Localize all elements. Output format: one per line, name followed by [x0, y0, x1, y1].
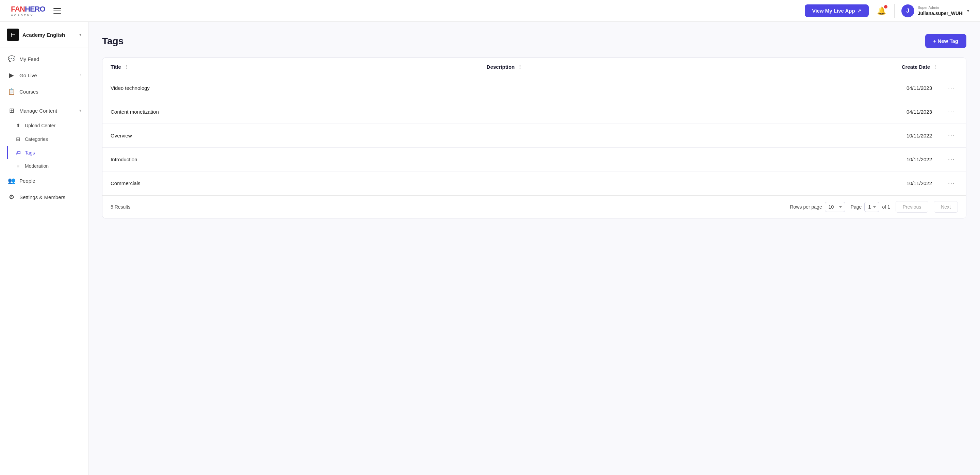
hamburger-icon	[53, 8, 61, 14]
logo-hero: HERO	[25, 5, 45, 13]
row-actions: ···	[937, 107, 958, 117]
row-actions: ···	[937, 178, 958, 188]
sidebar: ⊢ Academy English ▾ 💬 My Feed ▶ Go Live …	[0, 22, 89, 475]
pagination-bar: 5 Results Rows per page 10 25 50 100 Pag…	[102, 195, 966, 218]
page-label: Page	[851, 204, 862, 210]
chat-icon: 💬	[8, 55, 15, 63]
results-count: 5 Results	[111, 204, 130, 210]
categories-icon: ⊟	[14, 136, 21, 142]
row-action-menu-button[interactable]: ···	[945, 178, 958, 188]
workspace-icon: ⊢	[7, 29, 19, 41]
external-link-icon: ↗	[857, 8, 861, 14]
sidebar-item-label: Settings & Members	[19, 194, 81, 200]
sidebar-item-upload-center[interactable]: ⬆ Upload Center	[7, 119, 88, 132]
table-header: Title ⋮ Description ⋮ Create Date ⋮	[102, 58, 966, 76]
tag-icon: 🏷	[14, 150, 21, 156]
page-select[interactable]: 1	[864, 202, 879, 212]
tag-create-date: 10/11/2022	[862, 180, 937, 186]
sidebar-item-categories[interactable]: ⊟ Categories	[7, 132, 88, 146]
new-tag-button[interactable]: + New Tag	[925, 34, 967, 48]
grid-icon: ⊞	[8, 107, 15, 114]
tag-title: Video technology	[111, 85, 487, 91]
sidebar-item-my-feed[interactable]: 💬 My Feed	[0, 51, 88, 67]
chevron-right-icon: ›	[80, 73, 81, 78]
workspace-chevron-icon: ▾	[79, 32, 81, 37]
column-menu-icon[interactable]: ⋮	[517, 64, 522, 70]
table-row: Introduction 10/11/2022 ···	[102, 148, 966, 172]
sidebar-item-label: Courses	[19, 89, 81, 95]
tag-title: Introduction	[111, 157, 487, 162]
table-row: Commercials 10/11/2022 ···	[102, 172, 966, 195]
tag-title: Overview	[111, 133, 487, 138]
upload-icon: ⬆	[14, 122, 21, 129]
manage-content-section: ⊞ Manage Content ▾ ⬆ Upload Center ⊟ Cat…	[0, 102, 88, 173]
workspace-name: Academy English	[22, 32, 76, 38]
row-action-menu-button[interactable]: ···	[945, 131, 958, 141]
sidebar-sub-item-label: Moderation	[25, 163, 49, 169]
rows-per-page-select[interactable]: 10 25 50 100	[825, 202, 845, 212]
settings-icon: ⚙	[8, 193, 15, 201]
table-row: Overview 10/11/2022 ···	[102, 124, 966, 148]
notifications-button[interactable]: 🔔	[875, 5, 888, 17]
sidebar-item-moderation[interactable]: ≡ Moderation	[7, 159, 88, 173]
page-header: Tags + New Tag	[102, 34, 966, 48]
logo-text: FANHERO ACADEMY	[11, 5, 45, 17]
sidebar-item-settings-members[interactable]: ⚙ Settings & Members	[0, 189, 88, 205]
user-name: Juliana.super_WUHI	[918, 10, 964, 16]
column-header-create-date: Create Date ⋮	[862, 64, 937, 70]
tag-create-date: 10/11/2022	[862, 133, 937, 138]
manage-content-submenu: ⬆ Upload Center ⊟ Categories 🏷 Tags ≡ Mo…	[0, 119, 88, 173]
sidebar-item-label: Go Live	[19, 73, 76, 78]
tag-create-date: 04/11/2023	[862, 109, 937, 115]
sidebar-item-label: My Feed	[19, 56, 81, 62]
column-menu-icon[interactable]: ⋮	[933, 64, 937, 70]
courses-icon: 📋	[8, 88, 15, 95]
sidebar-item-manage-content[interactable]: ⊞ Manage Content ▾	[0, 102, 88, 119]
sidebar-item-label: Manage Content	[19, 108, 75, 114]
sidebar-item-tags[interactable]: 🏷 Tags	[7, 146, 88, 159]
row-action-menu-button[interactable]: ···	[945, 107, 958, 117]
view-my-live-app-button[interactable]: View My Live App ↗	[805, 5, 869, 17]
people-icon: 👥	[8, 177, 15, 184]
rows-per-page-label: Rows per page	[790, 204, 822, 210]
tag-create-date: 10/11/2022	[862, 157, 937, 162]
sidebar-item-people[interactable]: 👥 People	[0, 173, 88, 189]
user-role: Super Admin	[918, 5, 964, 10]
page-title: Tags	[102, 36, 124, 47]
user-menu[interactable]: J Super Admin Juliana.super_WUHI ▾	[901, 5, 969, 17]
row-action-menu-button[interactable]: ···	[945, 83, 958, 93]
column-header-title: Title ⋮	[111, 64, 487, 70]
sidebar-sub-item-label: Upload Center	[25, 123, 56, 128]
row-action-menu-button[interactable]: ···	[945, 154, 958, 164]
row-actions: ···	[937, 83, 958, 93]
sidebar-item-courses[interactable]: 📋 Courses	[0, 83, 88, 100]
row-actions: ···	[937, 154, 958, 164]
tag-title: Commercials	[111, 180, 487, 186]
sidebar-sub-item-label: Tags	[25, 150, 35, 156]
sidebar-item-go-live[interactable]: ▶ Go Live ›	[0, 67, 88, 83]
workspace-selector[interactable]: ⊢ Academy English ▾	[0, 22, 88, 48]
moderation-icon: ≡	[14, 163, 21, 169]
tag-title: Content monetization	[111, 109, 487, 115]
previous-button[interactable]: Previous	[896, 201, 928, 213]
column-menu-icon[interactable]: ⋮	[124, 64, 129, 70]
table-row: Video technology 04/11/2023 ···	[102, 76, 966, 100]
play-icon: ▶	[8, 71, 15, 79]
header: FANHERO ACADEMY View My Live App ↗ 🔔 J S…	[0, 0, 980, 22]
notification-badge	[884, 5, 888, 8]
logo-fan: FAN	[11, 5, 25, 13]
hamburger-button[interactable]	[52, 7, 62, 15]
header-left: FANHERO ACADEMY	[11, 5, 62, 17]
next-button[interactable]: Next	[934, 201, 958, 213]
main-layout: ⊢ Academy English ▾ 💬 My Feed ▶ Go Live …	[0, 22, 980, 475]
header-right: View My Live App ↗ 🔔 J Super Admin Julia…	[805, 4, 969, 18]
tags-table: Title ⋮ Description ⋮ Create Date ⋮ Vide…	[102, 57, 966, 218]
tag-create-date: 04/11/2023	[862, 85, 937, 91]
main-content: Tags + New Tag Title ⋮ Description ⋮ Cre…	[89, 22, 980, 475]
column-header-actions	[937, 64, 958, 70]
page-info: Page 1 of 1	[851, 202, 890, 212]
user-info: Super Admin Juliana.super_WUHI	[918, 5, 964, 16]
chevron-down-icon: ▾	[79, 108, 81, 113]
sidebar-item-label: People	[19, 178, 81, 184]
column-header-description: Description ⋮	[487, 64, 862, 70]
